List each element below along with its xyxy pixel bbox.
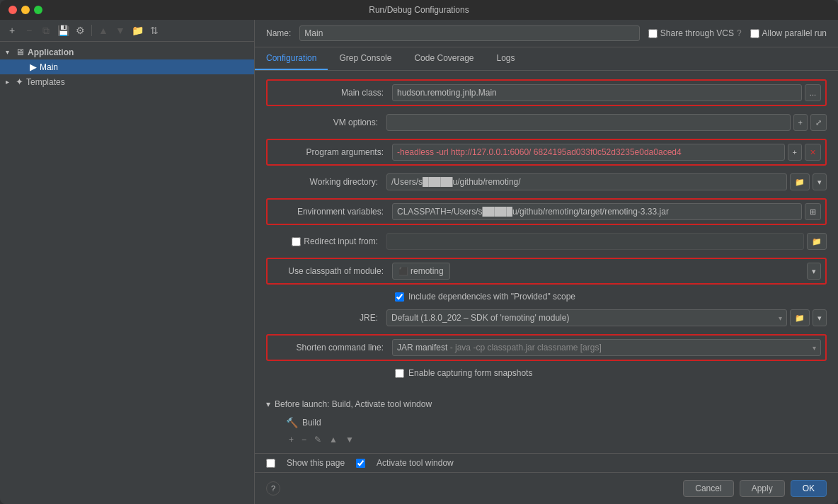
program-args-expand-button[interactable]: ✕ — [805, 144, 821, 161]
maximize-button[interactable] — [34, 6, 42, 14]
activate-window-checkbox[interactable] — [356, 459, 365, 468]
before-launch-build-item[interactable]: 🔨 Build — [266, 415, 827, 430]
redirect-label: Redirect input from: — [304, 236, 378, 246]
application-icon: 🖥 — [16, 47, 25, 57]
window-controls[interactable] — [8, 6, 42, 14]
tab-grep-console[interactable]: Grep Console — [328, 47, 403, 70]
allow-parallel-checkbox[interactable] — [750, 29, 759, 38]
share-vcs-checkbox[interactable] — [648, 29, 658, 38]
sidebar: + − ⧉ 💾 ⚙ ▲ ▼ 📁 ⇅ ▾ 🖥 Application — [0, 20, 255, 504]
env-vars-edit-button[interactable]: ⊞ — [805, 203, 821, 220]
working-dir-label: Working directory: — [266, 177, 386, 187]
program-args-add-button[interactable]: + — [788, 144, 802, 161]
main-class-label: Main class: — [272, 88, 392, 98]
vm-options-input[interactable] — [386, 114, 791, 131]
config-header: Name: Share through VCS ? Allow parallel… — [255, 20, 838, 47]
before-launch-arrow-icon: ▾ — [266, 399, 270, 409]
jre-label: JRE: — [266, 313, 386, 323]
activate-window-label: Activate tool window — [377, 458, 454, 468]
expand-arrow-icon: ▾ — [6, 48, 14, 56]
allow-parallel-area: Allow parallel run — [750, 28, 827, 38]
module-dropdown-button[interactable]: ▾ — [807, 263, 821, 280]
window-title: Run/Debug Configurations — [369, 5, 469, 15]
working-dir-input[interactable] — [386, 173, 787, 190]
include-deps-checkbox[interactable] — [395, 292, 404, 302]
name-input[interactable] — [299, 25, 640, 41]
jre-browse-button[interactable]: 📁 — [790, 309, 810, 326]
before-launch-toolbar: + − ✎ ▲ ▼ — [266, 433, 827, 446]
module-label: Use classpath of module: — [272, 266, 392, 276]
enable-snapshots-checkbox[interactable] — [395, 369, 404, 378]
redirect-browse-button[interactable]: 📁 — [807, 233, 827, 250]
before-launch-remove-button[interactable]: − — [299, 433, 309, 446]
jre-chevron-icon: ▾ — [779, 314, 782, 322]
jre-dropdown-btn[interactable]: ▾ — [813, 309, 827, 326]
jre-dropdown[interactable]: Default (1.8.0_202 – SDK of 'remoting' m… — [386, 309, 787, 326]
close-button[interactable] — [8, 6, 17, 14]
copy-config-button[interactable]: ⧉ — [38, 23, 54, 38]
ok-button[interactable]: OK — [791, 480, 827, 497]
before-launch-add-button[interactable]: + — [286, 433, 297, 446]
tab-configuration[interactable]: Configuration — [255, 47, 328, 70]
add-config-button[interactable]: + — [4, 23, 20, 38]
module-icon: ⬛ — [398, 267, 408, 276]
sidebar-item-main[interactable]: ▶ Main — [0, 59, 254, 74]
enable-snapshots-label: Enable capturing form snapshots — [408, 368, 532, 378]
before-launch-edit-button[interactable]: ✎ — [311, 433, 324, 446]
minimize-button[interactable] — [21, 6, 30, 14]
folder-button[interactable]: 📁 — [130, 23, 145, 38]
before-launch-header[interactable]: ▾ Before launch: Build, Activate tool wi… — [266, 399, 827, 409]
main-class-input[interactable] — [392, 84, 802, 101]
share-vcs-label: Share through VCS — [660, 28, 734, 38]
shorten-cmd-dropdown[interactable]: JAR manifest - java -cp classpath.jar cl… — [392, 339, 821, 356]
module-badge: ⬛ remoting — [392, 263, 450, 280]
before-launch-up-button[interactable]: ▲ — [326, 433, 340, 446]
remove-config-button[interactable]: − — [21, 23, 37, 38]
vm-options-expand-button[interactable]: ⤢ — [810, 114, 827, 131]
expand-templates-arrow-icon: ▸ — [6, 78, 14, 86]
settings-button[interactable]: ⚙ — [72, 23, 88, 38]
help-button[interactable]: ? — [266, 481, 280, 496]
sidebar-item-main-label: Main — [40, 62, 58, 72]
redirect-input[interactable] — [386, 233, 804, 250]
jre-value: Default (1.8.0_202 – SDK of 'remoting' m… — [391, 313, 569, 323]
main-run-icon: ▶ — [30, 62, 37, 72]
working-dir-expand-button[interactable]: ▾ — [813, 173, 827, 190]
shorten-cmd-chevron-icon: ▾ — [813, 344, 816, 352]
working-dir-browse-button[interactable]: 📁 — [790, 173, 810, 190]
vm-options-label: VM options: — [266, 118, 386, 127]
show-page-checkbox[interactable] — [266, 459, 275, 468]
env-vars-input[interactable] — [392, 203, 802, 220]
save-config-button[interactable]: 💾 — [55, 23, 71, 38]
include-deps-label: Include dependencies with "Provided" sco… — [408, 292, 575, 302]
sort-button[interactable]: ⇅ — [147, 23, 162, 38]
toolbar-separator — [91, 25, 92, 36]
config-form: Main class: ... VM options: + ⤢ — [255, 71, 838, 453]
move-up-button[interactable]: ▲ — [96, 23, 111, 38]
apply-button[interactable]: Apply — [740, 480, 785, 497]
allow-parallel-label: Allow parallel run — [762, 28, 827, 38]
sidebar-tree: ▾ 🖥 Application ▶ Main ▸ ✦ Templates — [0, 42, 254, 504]
before-launch-label: Before launch: Build, Activate tool wind… — [275, 399, 432, 409]
tab-code-coverage[interactable]: Code Coverage — [403, 47, 485, 70]
program-args-input[interactable]: -headless -url http://127.0.0.1:6060/ 68… — [392, 144, 785, 161]
enable-snapshots-row: Enable capturing form snapshots — [266, 368, 827, 378]
include-deps-row: Include dependencies with "Provided" sco… — [266, 292, 827, 302]
build-hammer-icon: 🔨 — [286, 417, 298, 428]
before-launch-down-button[interactable]: ▼ — [343, 433, 357, 446]
env-vars-label: Environment variables: — [272, 207, 392, 217]
sidebar-item-templates[interactable]: ▸ ✦ Templates — [0, 74, 254, 89]
title-bar: Run/Debug Configurations — [0, 0, 838, 20]
show-page-label: Show this page — [287, 458, 345, 468]
tab-logs[interactable]: Logs — [486, 47, 527, 70]
vm-options-add-button[interactable]: + — [793, 114, 808, 131]
module-value: remoting — [411, 266, 444, 276]
move-down-button[interactable]: ▼ — [113, 23, 128, 38]
main-class-browse-button[interactable]: ... — [805, 84, 821, 101]
sidebar-item-application[interactable]: ▾ 🖥 Application — [0, 45, 254, 59]
config-panel: Name: Share through VCS ? Allow parallel… — [255, 20, 838, 504]
cancel-button[interactable]: Cancel — [683, 480, 733, 497]
redirect-checkbox[interactable] — [292, 237, 301, 246]
help-icon: ? — [737, 28, 742, 38]
sidebar-toolbar: + − ⧉ 💾 ⚙ ▲ ▼ 📁 ⇅ — [0, 20, 254, 42]
